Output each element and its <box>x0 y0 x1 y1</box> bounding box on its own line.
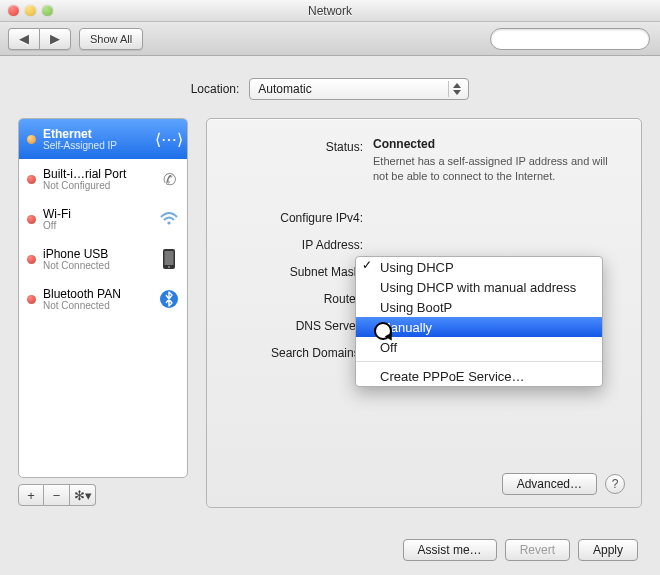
ipv4-option-manually[interactable]: Manually <box>356 317 602 337</box>
sidebar-item-label: Ethernet <box>43 127 150 141</box>
svg-marker-2 <box>453 83 461 88</box>
ipv4-option-create-pppoe[interactable]: Create PPPoE Service… <box>356 366 602 386</box>
sidebar-toolbar: + − ✻▾ <box>18 484 188 506</box>
ipv4-option-using-bootp[interactable]: Using BootP <box>356 297 602 317</box>
status-dot-icon <box>27 135 36 144</box>
chevron-left-icon: ◀ <box>19 32 29 45</box>
sidebar-item-sub: Not Configured <box>43 181 150 191</box>
menu-item-label: Using BootP <box>380 300 452 315</box>
sidebar-item-ethernet[interactable]: Ethernet Self-Assigned IP ⟨⋯⟩ <box>19 119 187 159</box>
sidebar-item-sub: Not Connected <box>43 301 150 311</box>
show-all-button[interactable]: Show All <box>79 28 143 50</box>
chevron-right-icon: ▶ <box>50 32 60 45</box>
sidebar-item-sub: Off <box>43 221 150 231</box>
location-label: Location: <box>191 82 240 96</box>
help-button[interactable]: ? <box>605 474 625 494</box>
ipv4-option-using-dhcp-manual[interactable]: Using DHCP with manual address <box>356 277 602 297</box>
back-button[interactable]: ◀ <box>8 28 39 50</box>
sidebar-item-iphone-usb[interactable]: iPhone USB Not Connected <box>19 239 187 279</box>
minimize-icon[interactable] <box>25 5 36 16</box>
add-service-button[interactable]: + <box>18 484 44 506</box>
svg-rect-6 <box>165 251 174 265</box>
svg-marker-3 <box>453 90 461 95</box>
close-icon[interactable] <box>8 5 19 16</box>
window-controls <box>8 5 53 16</box>
menu-separator <box>356 361 602 362</box>
service-actions-button[interactable]: ✻▾ <box>70 484 96 506</box>
sidebar-item-wifi[interactable]: Wi-Fi Off <box>19 199 187 239</box>
dns-server-label: DNS Server: <box>223 316 363 333</box>
apply-button[interactable]: Apply <box>578 539 638 561</box>
remove-service-button[interactable]: − <box>44 484 70 506</box>
search-domains-label: Search Domains: <box>223 343 363 360</box>
sidebar-item-label: Wi-Fi <box>43 207 150 221</box>
window-buttons: Assist me… Revert Apply <box>403 539 638 561</box>
help-icon: ? <box>612 477 619 491</box>
location-popup[interactable]: Automatic <box>249 78 469 100</box>
status-dot-icon <box>27 295 36 304</box>
menu-item-label: Create PPPoE Service… <box>380 369 525 384</box>
advanced-button[interactable]: Advanced… <box>502 473 597 495</box>
titlebar: Network <box>0 0 660 22</box>
zoom-icon[interactable] <box>42 5 53 16</box>
menu-item-label: Using DHCP with manual address <box>380 280 576 295</box>
check-icon: ✓ <box>362 258 372 272</box>
sidebar-item-sub: Self-Assigned IP <box>43 141 150 151</box>
sidebar-item-bluetooth-pan[interactable]: Bluetooth PAN Not Connected <box>19 279 187 319</box>
menu-item-label: Manually <box>380 320 432 335</box>
status-value: Connected <box>373 137 625 151</box>
popup-caret-icon <box>448 81 464 97</box>
ip-address-label: IP Address: <box>223 235 363 252</box>
status-dot-icon <box>27 255 36 264</box>
menu-item-label: Using DHCP <box>380 260 454 275</box>
sidebar-item-label: Built-i…rial Port <box>43 167 150 181</box>
sidebar-item-label: iPhone USB <box>43 247 150 261</box>
forward-button[interactable]: ▶ <box>39 28 71 50</box>
gear-icon: ✻▾ <box>74 488 92 503</box>
menu-item-label: Off <box>380 340 397 355</box>
status-label: Status: <box>223 137 363 154</box>
window-title: Network <box>0 4 660 18</box>
svg-point-7 <box>168 266 170 268</box>
assist-me-button[interactable]: Assist me… <box>403 539 497 561</box>
wifi-icon <box>157 207 181 231</box>
search-field[interactable] <box>490 28 650 50</box>
ipv4-option-off[interactable]: Off <box>356 337 602 357</box>
toolbar: ◀ ▶ Show All <box>0 22 660 56</box>
status-dot-icon <box>27 175 36 184</box>
ipv4-option-using-dhcp[interactable]: ✓ Using DHCP <box>356 257 602 277</box>
sidebar-item-label: Bluetooth PAN <box>43 287 150 301</box>
services-sidebar: Ethernet Self-Assigned IP ⟨⋯⟩ Built-i…ri… <box>18 118 188 478</box>
search-input[interactable] <box>503 32 645 46</box>
subnet-mask-label: Subnet Mask: <box>223 262 363 279</box>
iphone-icon <box>157 247 181 271</box>
status-dot-icon <box>27 215 36 224</box>
location-value: Automatic <box>258 82 311 96</box>
nav-segment: ◀ ▶ <box>8 28 71 50</box>
configure-ipv4-menu[interactable]: ✓ Using DHCP Using DHCP with manual addr… <box>355 256 603 387</box>
status-description: Ethernet has a self-assigned IP address … <box>373 154 623 184</box>
sidebar-item-serial-port[interactable]: Built-i…rial Port Not Configured ✆ <box>19 159 187 199</box>
configure-ipv4-label: Configure IPv4: <box>223 208 363 225</box>
svg-point-4 <box>167 221 170 224</box>
phone-icon: ✆ <box>157 167 181 191</box>
ethernet-icon: ⟨⋯⟩ <box>157 127 181 151</box>
router-label: Router: <box>223 289 363 306</box>
revert-button[interactable]: Revert <box>505 539 570 561</box>
location-row: Location: Automatic <box>18 78 642 100</box>
bluetooth-icon <box>157 287 181 311</box>
sidebar-item-sub: Not Connected <box>43 261 150 271</box>
